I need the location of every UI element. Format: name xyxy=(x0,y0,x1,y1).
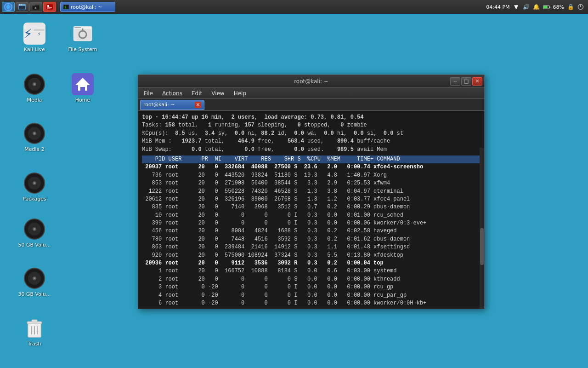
maximize-button[interactable]: □ xyxy=(461,77,471,86)
desktop-icon-trash[interactable]: Trash xyxy=(16,315,53,349)
svg-rect-54 xyxy=(32,320,37,322)
taskbar-app-browser[interactable] xyxy=(16,2,28,12)
svg-point-43 xyxy=(34,182,35,184)
top-header: PID USER PR NI VIRT RES SHR S %CPU %MEM … xyxy=(142,155,481,163)
desktop-icon-vol50[interactable]: 50 GB Volu... xyxy=(16,216,53,250)
proc-12: 920 root 20 0 575000 108924 37324 S 0.3 … xyxy=(142,252,481,259)
svg-text:⚡: ⚡ xyxy=(37,31,40,37)
terminal-window-controls: − □ ✕ xyxy=(450,77,482,86)
svg-point-47 xyxy=(34,228,35,230)
proc-16: 3 root 0 -20 0 0 0 I 0.0 0.0 0:00.00 rcu… xyxy=(142,283,481,291)
kali-menu-button[interactable] xyxy=(2,2,15,12)
menu-actions[interactable]: Actions xyxy=(160,89,184,98)
media2-icon xyxy=(23,122,45,144)
menu-file[interactable]: File xyxy=(142,89,155,98)
home-label: Home xyxy=(75,97,90,103)
svg-point-39 xyxy=(34,132,35,134)
lock-icon[interactable]: 🔒 xyxy=(567,3,574,11)
svg-rect-11 xyxy=(47,5,49,7)
top-summary-4: MiB Mem : 1923.7 total, 464.9 free, 568.… xyxy=(142,138,481,145)
power-icon[interactable] xyxy=(577,3,584,11)
proc-1: 20937 root 20 0 332684 40088 27500 S 23.… xyxy=(142,163,481,171)
home-icon xyxy=(72,73,94,95)
svg-rect-13 xyxy=(47,9,51,10)
taskbar-sep1 xyxy=(58,2,58,12)
vol50-label: 50 GB Volu... xyxy=(18,242,51,248)
volume-icon[interactable]: 🔊 xyxy=(523,3,530,11)
proc-14: 1 root 20 0 166752 10888 8184 S 0.0 0.6 … xyxy=(142,267,481,275)
top-summary-2: Tasks: 158 total, 1 running, 157 sleepin… xyxy=(142,121,481,129)
scrollbar-thumb[interactable] xyxy=(480,228,484,265)
trash-icon xyxy=(23,317,45,339)
tab-label: root@kali: ~ xyxy=(143,102,175,108)
taskbar-left: ▶ $_ root@kali: ~ xyxy=(0,2,117,12)
desktop-icon-media[interactable]: Media xyxy=(16,71,53,105)
tab-close-button[interactable]: ✕ xyxy=(195,102,201,108)
media-icon xyxy=(23,73,45,95)
close-button[interactable]: ✕ xyxy=(472,77,482,86)
time-display: 04:44 PM xyxy=(486,4,509,10)
svg-rect-12 xyxy=(47,7,52,8)
minimize-button[interactable]: − xyxy=(450,77,460,86)
taskbar-app-files[interactable]: ▶ xyxy=(29,2,42,12)
svg-text:$_: $_ xyxy=(64,6,68,9)
proc-9: 456 root 20 0 8084 4824 1688 S 0.3 0.2 0… xyxy=(142,227,481,235)
terminal-menubar: File Actions Edit View Help xyxy=(138,88,484,99)
terminal-title: root@kali: ~ xyxy=(294,78,328,85)
vol50-icon xyxy=(23,218,45,240)
top-summary-3: %Cpu(s): 8.5 us, 3.4 sy, 0.0 ni, 88.2 id… xyxy=(142,130,481,138)
vol30-icon xyxy=(23,267,45,289)
svg-rect-18 xyxy=(543,6,548,8)
proc-10: 780 root 20 0 7448 4516 3592 S 0.3 0.2 0… xyxy=(142,236,481,243)
proc-2: 736 root 20 0 443520 93824 51180 S 19.3 … xyxy=(142,172,481,179)
proc-15: 2 root 20 0 0 0 0 S 0.0 0.0 0:00.00 kthr… xyxy=(142,276,481,283)
notification-icon[interactable]: 🔔 xyxy=(533,3,540,11)
svg-rect-7 xyxy=(32,5,35,6)
terminal-content[interactable]: top - 16:44:47 up 16 min, 2 users, load … xyxy=(138,111,484,309)
svg-rect-22 xyxy=(34,29,45,31)
proc-3: 853 root 20 0 271908 56400 38544 S 3.3 2… xyxy=(142,179,481,187)
kali-live-icon: ⚡ xyxy=(23,23,45,45)
taskbar: ▶ $_ root@kali: ~ 04:44 PM ▼ 🔊 🔔 xyxy=(0,0,588,14)
proc-13: 20936 root 20 0 9112 3536 3092 R 0.3 0.2… xyxy=(142,259,481,267)
svg-rect-17 xyxy=(549,6,550,7)
menu-view[interactable]: View xyxy=(209,89,226,98)
desktop-icon-vol30[interactable]: 30 GB Volu... xyxy=(16,265,53,299)
top-summary-5: MiB Swap: 0.0 total, 0.0 free, 0.0 used.… xyxy=(142,146,481,154)
desktop-icon-packages[interactable]: Packages xyxy=(16,170,53,204)
terminal-tabbar: root@kali: ~ ✕ xyxy=(138,99,484,111)
proc-4: 1222 root 20 0 550228 74320 46528 S 1.3 … xyxy=(142,188,481,196)
terminal-scrollbar[interactable] xyxy=(480,148,484,309)
desktop-icon-media2[interactable]: Media 2 xyxy=(16,121,53,154)
filesystem-label: File System xyxy=(68,46,97,52)
svg-point-32 xyxy=(34,83,35,85)
media2-label: Media 2 xyxy=(24,146,45,152)
svg-rect-3 xyxy=(19,6,25,10)
taskbar-window-label: root@kali: ~ xyxy=(71,4,102,10)
proc-18: 6 root 0 -20 0 0 0 I 0.0 0.0 0:00.00 kwo… xyxy=(142,299,481,307)
taskbar-window-terminal[interactable]: $_ root@kali: ~ xyxy=(60,2,115,12)
svg-rect-25 xyxy=(74,27,81,28)
battery-percent: 68% xyxy=(553,4,564,10)
menu-help[interactable]: Help xyxy=(232,89,248,98)
desktop-icon-filesystem[interactable]: File System xyxy=(64,21,101,54)
svg-rect-35 xyxy=(80,87,85,91)
proc-17: 4 root 0 -20 0 0 0 I 0.0 0.0 0:00.00 rcu… xyxy=(142,292,481,299)
desktop-icon-kali-live[interactable]: ⚡ Kali Live xyxy=(16,21,53,54)
proc-8: 399 root 20 0 0 0 0 I 0.3 0.0 0:00.06 kw… xyxy=(142,219,481,227)
svg-point-5 xyxy=(21,5,22,6)
trash-label: Trash xyxy=(28,341,41,347)
svg-point-4 xyxy=(19,5,20,6)
taskbar-right: 04:44 PM ▼ 🔊 🔔 68% 🔒 xyxy=(482,3,588,11)
packages-label: Packages xyxy=(23,196,46,202)
filesystem-icon xyxy=(72,23,94,45)
terminal-tab[interactable]: root@kali: ~ ✕ xyxy=(140,100,204,110)
proc-6: 835 root 20 0 7140 3968 3512 S 0.7 0.2 0… xyxy=(142,203,481,211)
menu-edit[interactable]: Edit xyxy=(190,89,204,98)
proc-5: 20612 root 20 0 326196 39000 26768 S 1.3… xyxy=(142,196,481,203)
wifi-icon[interactable]: ▼ xyxy=(513,3,520,11)
taskbar-app-red[interactable] xyxy=(43,2,56,12)
desktop-icon-home[interactable]: Home xyxy=(64,71,101,105)
proc-7: 10 root 20 0 0 0 0 I 0.3 0.0 0:01.00 rcu… xyxy=(142,212,481,219)
svg-point-51 xyxy=(34,277,35,279)
